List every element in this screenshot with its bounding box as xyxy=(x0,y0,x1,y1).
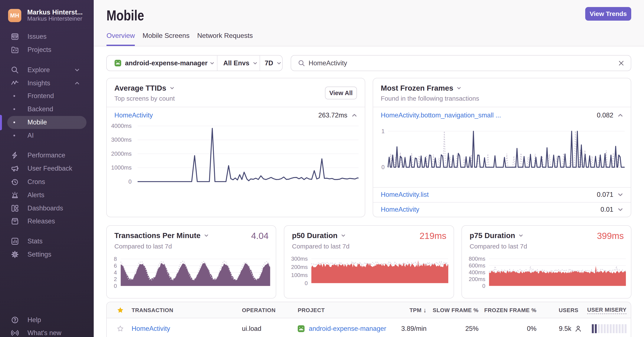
svg-text:3000ms: 3000ms xyxy=(111,137,132,143)
svg-text:0: 0 xyxy=(382,164,384,170)
svg-text:1: 1 xyxy=(382,128,384,134)
svg-text:0: 0 xyxy=(128,179,132,185)
svg-text:6: 6 xyxy=(114,263,117,269)
svg-text:0: 0 xyxy=(305,280,308,286)
svg-text:300ms: 300ms xyxy=(291,256,308,262)
svg-text:2000ms: 2000ms xyxy=(111,151,132,157)
svg-text:2: 2 xyxy=(114,276,117,282)
svg-text:8: 8 xyxy=(114,256,117,262)
svg-text:100ms: 100ms xyxy=(291,272,308,278)
svg-text:200ms: 200ms xyxy=(469,276,485,282)
svg-text:800ms: 800ms xyxy=(469,256,485,262)
svg-text:0: 0 xyxy=(482,283,485,289)
svg-text:400ms: 400ms xyxy=(469,269,485,276)
svg-text:0: 0 xyxy=(114,283,117,289)
svg-text:600ms: 600ms xyxy=(469,262,485,269)
svg-text:4: 4 xyxy=(114,269,117,276)
svg-text:200ms: 200ms xyxy=(291,264,308,270)
svg-text:1000ms: 1000ms xyxy=(111,164,132,171)
